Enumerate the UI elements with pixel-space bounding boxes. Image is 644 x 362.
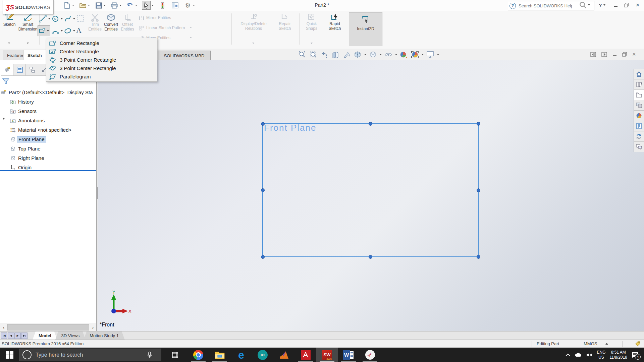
taskbar-search-input[interactable]	[35, 352, 120, 358]
hide-show-caret[interactable]	[395, 54, 397, 55]
tree-item-right-plane[interactable]: Right Plane	[10, 154, 44, 162]
doc-minimize-icon[interactable]	[612, 52, 617, 57]
new-document-caret[interactable]	[72, 5, 74, 6]
taskbar-app-edge[interactable]: e	[230, 348, 252, 362]
collapse-left-icon[interactable]	[590, 52, 596, 57]
scroll-left-icon[interactable]: ‹	[0, 323, 7, 331]
save-caret[interactable]	[104, 5, 106, 6]
tab-scroll-prev[interactable]: ◀	[8, 333, 14, 339]
view-settings-icon[interactable]	[426, 50, 435, 59]
taskbar-app-acrobat[interactable]	[295, 348, 316, 362]
line-tool-caret[interactable]	[48, 18, 50, 19]
tab-scroll-last[interactable]: ▶|	[21, 333, 28, 339]
taskbar-app-chrome[interactable]	[187, 348, 209, 362]
tray-chevron-icon[interactable]	[565, 353, 571, 357]
sketch-vertex[interactable]	[477, 255, 480, 259]
menu-item-corner-rectangle[interactable]: Corner Rectangle	[46, 39, 157, 47]
tag-icon[interactable]	[635, 341, 641, 347]
tab-3d-views[interactable]: 3D Views	[55, 331, 86, 340]
menu-item-3-point-corner-rectangle[interactable]: 3 Point Corner Rectangle	[46, 56, 157, 64]
tree-item-material[interactable]: Material <not specified>	[10, 125, 71, 134]
solidworks-resources-home-icon[interactable]	[634, 69, 644, 79]
hide-show-items-icon[interactable]	[384, 50, 393, 59]
taskbar-app-file-explorer[interactable]	[209, 348, 230, 362]
circle-tool-caret[interactable]	[61, 18, 63, 19]
sketch-vertex[interactable]	[261, 255, 265, 259]
view-palette-icon[interactable]	[634, 100, 644, 111]
menu-item-center-rectangle[interactable]: Center Rectangle	[46, 47, 157, 56]
tab-motion-study-1[interactable]: Motion Study 1	[84, 331, 125, 340]
convert-entities-button[interactable]: Convert Entities	[103, 13, 119, 32]
help-search-input[interactable]	[518, 3, 573, 9]
lasso-select-icon[interactable]	[76, 15, 84, 23]
taskbar-app-matlab[interactable]	[273, 348, 295, 362]
tab-model[interactable]: Model	[33, 331, 57, 340]
close-window-icon[interactable]: ×	[633, 0, 642, 10]
view-orientation-caret[interactable]	[364, 54, 366, 55]
custom-properties-icon[interactable]	[634, 121, 644, 131]
graphics-area[interactable]: Front Plane Y X *Front	[98, 60, 644, 331]
filter-icon[interactable]	[2, 78, 9, 85]
view-settings-caret[interactable]	[437, 54, 439, 55]
scroll-right-icon[interactable]: ›	[89, 323, 97, 331]
design-library-icon[interactable]	[634, 79, 644, 90]
select-tool-icon[interactable]	[142, 1, 151, 10]
performance-pipeline-icon[interactable]	[158, 1, 166, 9]
taskbar-app-word[interactable]: W	[338, 348, 359, 362]
new-document-icon[interactable]	[63, 1, 71, 9]
tab-sketch[interactable]: Sketch	[23, 50, 46, 60]
propertymanager-tab[interactable]	[13, 64, 26, 76]
menu-item-parallelogram[interactable]: Parallelogram	[46, 72, 157, 81]
open-icon[interactable]	[79, 1, 87, 9]
undo-icon[interactable]	[126, 1, 134, 9]
taskbar-app-arduino[interactable]: ∞	[252, 348, 273, 362]
save-icon[interactable]	[95, 1, 103, 9]
sketch-midpoint[interactable]	[369, 122, 372, 126]
tab-solidworks-mbd[interactable]: SOLIDWORKS MBD	[158, 51, 211, 61]
menu-item-3-point-center-rectangle[interactable]: 3 Point Center Rectangle	[46, 64, 157, 72]
language-indicator[interactable]: ENGUS	[597, 350, 605, 360]
onedrive-cloud-icon[interactable]	[575, 353, 582, 357]
solidworks-forum-icon[interactable]	[634, 142, 644, 152]
edit-appearance-icon[interactable]	[399, 50, 408, 59]
zoom-to-area-icon[interactable]	[309, 50, 318, 59]
apply-scene-caret[interactable]	[422, 54, 424, 55]
previous-view-icon[interactable]	[320, 50, 329, 59]
sketch-text-tool-icon[interactable]: A	[76, 26, 82, 35]
solidworks-updates-icon[interactable]	[634, 131, 644, 142]
task-view-button[interactable]	[167, 348, 183, 362]
tab-scroll-next[interactable]: ▶	[14, 333, 21, 339]
rapid-sketch-button[interactable]: Rapid Sketch	[324, 13, 345, 31]
tree-item-top-plane[interactable]: Top Plane	[10, 144, 41, 153]
tree-item-annotations[interactable]: A Annotations	[10, 116, 45, 125]
sketch-midpoint[interactable]	[261, 188, 265, 192]
minimize-window-icon[interactable]	[611, 0, 620, 10]
action-center-icon[interactable]: 4	[631, 352, 639, 358]
annotations-expand-arrow[interactable]	[3, 117, 5, 120]
taskbar-app-solidworks[interactable]: SW2016	[316, 348, 338, 362]
display-style-caret[interactable]	[380, 54, 382, 55]
view-orientation-icon[interactable]	[353, 50, 362, 59]
restore-window-icon[interactable]	[622, 0, 631, 10]
instant2d-button[interactable]: Instant2D	[349, 12, 382, 46]
section-view-icon[interactable]	[331, 50, 340, 59]
units-label[interactable]: MMGS	[584, 341, 597, 346]
panel-horizontal-scrollbar[interactable]: ‹ ›	[0, 323, 98, 331]
undo-caret[interactable]	[135, 5, 137, 6]
rectangle-tool-button[interactable]	[38, 25, 50, 36]
taskbar-search[interactable]	[19, 349, 161, 361]
doc-close-icon[interactable]: ×	[632, 51, 636, 57]
tree-item-history[interactable]: History	[10, 97, 34, 106]
microphone-icon[interactable]	[147, 351, 152, 359]
print-caret[interactable]	[119, 5, 121, 6]
featuremanager-tree-tab[interactable]	[1, 64, 14, 76]
select-tool-caret[interactable]	[152, 5, 154, 6]
print-icon[interactable]	[110, 1, 118, 9]
start-button[interactable]	[0, 348, 19, 362]
spline-tool-caret[interactable]	[73, 18, 75, 19]
help-menu[interactable]: ?	[596, 0, 608, 10]
arc-tool-icon[interactable]	[51, 27, 59, 35]
tab-scroll-first[interactable]: |◀	[1, 333, 7, 339]
arc-tool-caret[interactable]	[61, 30, 63, 32]
sketch-midpoint[interactable]	[369, 255, 372, 259]
